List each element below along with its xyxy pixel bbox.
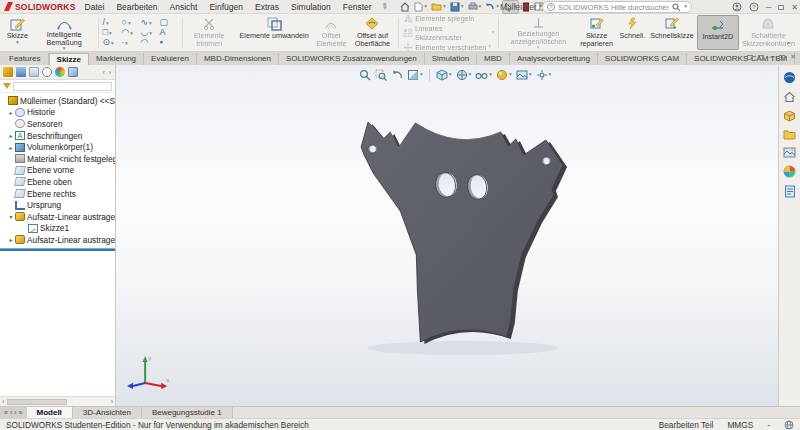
tab-solidworks-cam[interactable]: SOLIDWORKS CAM bbox=[598, 53, 687, 65]
tree-item-ebene-oben[interactable]: Ebene oben bbox=[0, 176, 115, 188]
search-scope-chevron-icon[interactable]: ▾ bbox=[684, 4, 687, 10]
undo-button[interactable]: ▾ bbox=[484, 1, 500, 12]
tab-mbd-dimensionen[interactable]: MBD-Dimensionen bbox=[197, 53, 279, 65]
doc-window-icon[interactable] bbox=[758, 55, 764, 60]
cam-tree-tab-icon[interactable] bbox=[68, 67, 78, 77]
quick-snaps-button[interactable]: Schnell. bbox=[618, 15, 648, 50]
fillet-tool-button[interactable]: ◠ bbox=[141, 38, 159, 47]
print-button[interactable]: ▾ bbox=[467, 1, 483, 12]
tab-zusatzanwendungen[interactable]: SOLIDWORKS Zusatzanwendungen bbox=[279, 53, 425, 65]
graphics-viewport[interactable]: ▾ ▾ ▾ ▾ ▾ ▾ bbox=[116, 65, 778, 406]
tab-bewegungsstudie[interactable]: Bewegungsstudie 1 bbox=[142, 407, 233, 418]
fm-tab-scroll-arrows[interactable]: ‹ › bbox=[102, 69, 112, 76]
tab-evaluieren[interactable]: Evaluieren bbox=[144, 53, 197, 65]
smart-dimension-button[interactable]: Intelligente Bemaßung ▾ bbox=[33, 15, 96, 50]
arc-tool-button[interactable]: ◠▾ bbox=[122, 28, 140, 37]
view-palette-icon[interactable] bbox=[783, 147, 796, 158]
tree-item-beschriftungen[interactable]: ▸ A Beschriftungen bbox=[0, 130, 115, 142]
tab-analysevorbereitung[interactable]: Analysevorbereitung bbox=[510, 53, 598, 65]
tab-modell[interactable]: Modell bbox=[27, 407, 73, 418]
open-button[interactable]: ▾ bbox=[430, 1, 447, 12]
tree-item-austragen2[interactable]: ▸ Aufsatz-Linear austragen2 bbox=[0, 234, 115, 246]
tree-filter-input[interactable] bbox=[13, 82, 112, 91]
convert-entities-button[interactable]: Elemente umwandeln bbox=[234, 15, 314, 50]
doc-minimize-button[interactable]: ─ bbox=[769, 54, 774, 61]
tree-item-ebene-vorne[interactable]: Ebene vorne bbox=[0, 165, 115, 177]
doc-restore-button[interactable] bbox=[779, 55, 785, 60]
construction-tool-button[interactable]: ▪ bbox=[160, 38, 178, 47]
menu-simulation[interactable]: Simulation bbox=[288, 2, 334, 12]
web-globe-icon[interactable] bbox=[784, 420, 794, 430]
line-tool-button[interactable]: /▾ bbox=[103, 18, 121, 27]
menu-ansicht[interactable]: Ansicht bbox=[167, 2, 201, 12]
tab-markierung[interactable]: Markierung bbox=[89, 53, 144, 65]
new-document-button[interactable]: ▾ bbox=[413, 1, 428, 13]
home-tab-icon[interactable] bbox=[783, 91, 796, 103]
close-button[interactable]: ✕ bbox=[791, 3, 798, 12]
tab-3d-ansichten[interactable]: 3D-Ansichten bbox=[73, 407, 142, 418]
dimxpert-manager-tab-icon[interactable] bbox=[42, 67, 52, 77]
tab-features[interactable]: Features bbox=[2, 53, 49, 65]
tree-item-historie[interactable]: ▸ Historie bbox=[0, 107, 115, 119]
filter-funnel-icon[interactable] bbox=[3, 83, 11, 89]
tab-skizze[interactable]: Skizze bbox=[49, 53, 89, 65]
ellipse-tool-button[interactable]: ◡▾ bbox=[141, 28, 159, 37]
tree-item-material[interactable]: Material <nicht festgelegt> bbox=[0, 153, 115, 165]
instant2d-button[interactable]: Instant2D bbox=[697, 15, 739, 50]
tree-item-volumenkoerper[interactable]: ▸ Volumenkörper(1) bbox=[0, 141, 115, 153]
tab-simulation[interactable]: Simulation bbox=[425, 53, 477, 65]
text-tool-button[interactable]: A bbox=[160, 28, 178, 37]
home-button[interactable] bbox=[399, 1, 411, 13]
circle-tool-button[interactable]: ○▾ bbox=[122, 18, 140, 27]
tab-mbd[interactable]: MBD bbox=[477, 53, 510, 65]
help-search-box[interactable]: ? SOLIDWORKS Hilfe durchsuchen ▾ bbox=[542, 1, 692, 13]
doc-tab-nav-arrows[interactable]: «‹›» bbox=[0, 407, 27, 418]
menu-einfuegen[interactable]: Einfügen bbox=[206, 2, 246, 12]
file-explorer-icon[interactable] bbox=[783, 129, 796, 140]
menu-datei[interactable]: Datei bbox=[82, 2, 108, 12]
doc-close-button[interactable]: ✕ bbox=[790, 53, 796, 61]
help-icon[interactable]: ? bbox=[749, 2, 759, 12]
spline-tool-button[interactable]: ∿▾ bbox=[141, 18, 159, 27]
scroll-right-arrow-icon[interactable]: › bbox=[111, 398, 113, 405]
menu-fenster[interactable]: Fenster bbox=[340, 2, 375, 12]
account-icon[interactable] bbox=[732, 2, 742, 12]
menu-bearbeiten[interactable]: Bearbeiten bbox=[113, 2, 160, 12]
pin-menu-icon[interactable]: ✎ bbox=[378, 1, 389, 12]
rectangle-tool-button[interactable]: □▾ bbox=[103, 28, 121, 37]
save-button[interactable]: ▾ bbox=[449, 1, 465, 13]
repair-sketch-button[interactable]: Skizze reparieren bbox=[576, 15, 618, 50]
minimize-button[interactable]: ─ bbox=[766, 3, 772, 12]
search-icon[interactable] bbox=[672, 3, 681, 12]
sketch-button[interactable]: Skizze ▾ bbox=[2, 15, 33, 50]
design-library-icon[interactable] bbox=[783, 110, 796, 122]
scrollbar-thumb[interactable] bbox=[7, 399, 67, 405]
display-manager-tab-icon[interactable] bbox=[55, 67, 65, 77]
menu-extras[interactable]: Extras bbox=[252, 2, 282, 12]
custom-properties-icon[interactable] bbox=[784, 185, 796, 198]
quick-sketch-button[interactable]: Schnellskizze bbox=[647, 15, 697, 50]
appearances-scenes-icon[interactable] bbox=[783, 165, 796, 178]
doc-window-icon[interactable] bbox=[747, 55, 753, 60]
featuremanager-tree-tab-icon[interactable] bbox=[3, 67, 13, 77]
units-indicator[interactable]: MMGS bbox=[727, 420, 753, 430]
point-tool-button[interactable]: ∙▾ bbox=[122, 38, 140, 47]
tree-item-skizze1[interactable]: Skizze1 bbox=[0, 223, 115, 235]
tree-item-ebene-rechts[interactable]: Ebene rechts bbox=[0, 188, 115, 200]
rollback-bar[interactable] bbox=[0, 248, 115, 251]
solidworks-resources-icon[interactable] bbox=[783, 71, 796, 84]
part-model[interactable]: y x bbox=[116, 65, 778, 406]
tree-item-part[interactable]: Mülleimer (Standard) <<Standard bbox=[0, 95, 115, 107]
tree-item-sensoren[interactable]: Sensoren bbox=[0, 118, 115, 130]
property-manager-tab-icon[interactable] bbox=[16, 67, 26, 77]
polygon-tool-button[interactable]: ▢ bbox=[160, 18, 178, 27]
ribbon-collapse-chevron-icon[interactable]: ⌃ bbox=[785, 41, 792, 50]
scroll-left-arrow-icon[interactable]: ‹ bbox=[2, 398, 4, 405]
tree-item-ursprung[interactable]: Ursprung bbox=[0, 199, 115, 211]
feature-tree-hscrollbar[interactable]: ‹ › bbox=[0, 396, 115, 406]
tree-item-austragen1[interactable]: ▾ Aufsatz-Linear austragen1 bbox=[0, 211, 115, 223]
slot-tool-button[interactable]: ⊙▾ bbox=[103, 38, 121, 47]
offset-on-surface-button[interactable]: Offset auf Oberfläche bbox=[349, 15, 397, 50]
restore-button[interactable] bbox=[778, 5, 784, 10]
configuration-manager-tab-icon[interactable] bbox=[29, 67, 39, 77]
